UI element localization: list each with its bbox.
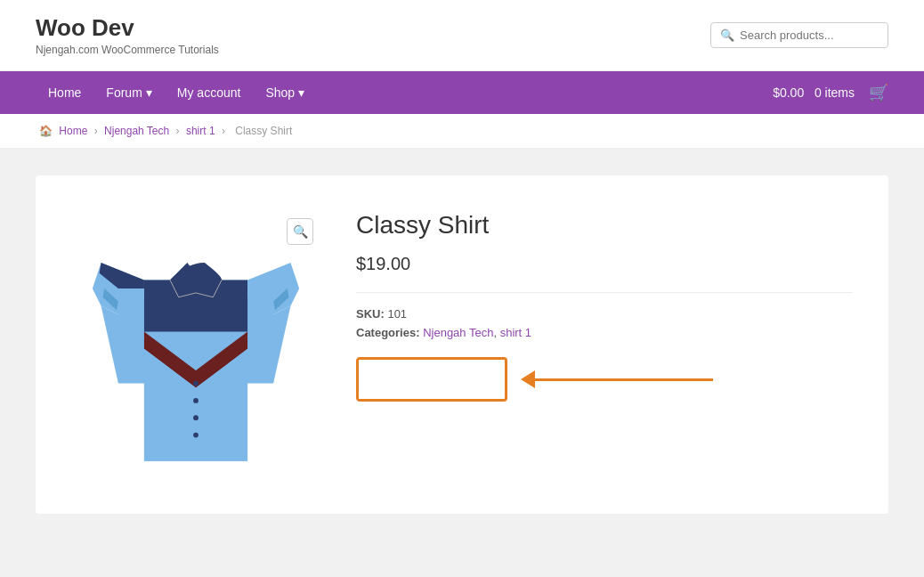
zoom-button[interactable]: 🔍 bbox=[287, 218, 313, 245]
breadcrumb-shirt1[interactable]: shirt 1 bbox=[186, 125, 215, 137]
arrow-container bbox=[522, 370, 713, 388]
search-input[interactable] bbox=[740, 28, 879, 42]
breadcrumb-home[interactable]: Home bbox=[59, 125, 87, 137]
nav-item-myaccount[interactable]: My account bbox=[165, 71, 254, 114]
nav-label-home: Home bbox=[48, 85, 81, 100]
product-image bbox=[89, 211, 303, 478]
product-divider bbox=[356, 292, 853, 293]
cart-count: 0 items bbox=[815, 85, 855, 100]
svg-point-2 bbox=[193, 398, 199, 403]
site-title: Woo Dev bbox=[36, 14, 219, 42]
arrow-line bbox=[535, 378, 713, 381]
product-details: Classy Shirt $19.00 SKU: 101 Categories:… bbox=[356, 211, 853, 478]
main-content: 🔍 bbox=[0, 149, 924, 540]
product-name: Classy Shirt bbox=[356, 211, 853, 240]
nav-item-home[interactable]: Home bbox=[36, 71, 93, 114]
highlight-container bbox=[356, 357, 853, 402]
svg-point-1 bbox=[193, 381, 199, 386]
nav-item-forum[interactable]: Forum ▾ bbox=[93, 71, 164, 114]
product-card: 🔍 bbox=[36, 175, 888, 514]
nav-label-shop: Shop bbox=[265, 85, 295, 100]
highlighted-box bbox=[356, 357, 507, 402]
nav-label-forum: Forum bbox=[106, 85, 142, 100]
product-price: $19.00 bbox=[356, 254, 853, 274]
search-icon: 🔍 bbox=[720, 28, 734, 42]
cart-icon[interactable]: 🛒 bbox=[869, 83, 888, 102]
cart-price: $0.00 bbox=[773, 85, 804, 100]
category-shirt1[interactable]: shirt 1 bbox=[500, 326, 531, 339]
breadcrumb-current: Classy Shirt bbox=[235, 125, 292, 137]
chevron-down-icon-shop: ▾ bbox=[298, 85, 304, 100]
nav-label-myaccount: My account bbox=[177, 85, 241, 100]
top-header: Woo Dev Njengah.com WooCommerce Tutorial… bbox=[0, 0, 924, 71]
category-njengahtech[interactable]: Njengah Tech bbox=[423, 326, 493, 339]
nav-item-shop[interactable]: Shop ▾ bbox=[253, 71, 317, 114]
site-branding: Woo Dev Njengah.com WooCommerce Tutorial… bbox=[36, 14, 219, 56]
breadcrumb-njengahtech[interactable]: Njengah Tech bbox=[104, 125, 169, 137]
nav-left: Home Forum ▾ My account Shop ▾ bbox=[36, 71, 317, 114]
svg-point-4 bbox=[193, 433, 199, 438]
breadcrumb: 🏠 Home › Njengah Tech › shirt 1 › Classy… bbox=[0, 114, 924, 149]
chevron-down-icon: ▾ bbox=[146, 85, 152, 100]
svg-point-3 bbox=[193, 415, 199, 420]
site-subtitle: Njengah.com WooCommerce Tutorials bbox=[36, 44, 219, 56]
cart-amount: $0.00 0 items bbox=[773, 85, 855, 100]
home-icon: 🏠 bbox=[39, 125, 53, 137]
arrow-head bbox=[521, 370, 535, 388]
product-categories: Categories: Njengah Tech, shirt 1 bbox=[356, 326, 853, 339]
product-sku: SKU: 101 bbox=[356, 307, 853, 321]
search-bar[interactable]: 🔍 bbox=[710, 22, 888, 48]
nav-bar: Home Forum ▾ My account Shop ▾ $0.00 0 i… bbox=[0, 71, 924, 114]
product-image-wrap: 🔍 bbox=[71, 211, 320, 478]
nav-right: $0.00 0 items 🛒 bbox=[773, 83, 888, 102]
